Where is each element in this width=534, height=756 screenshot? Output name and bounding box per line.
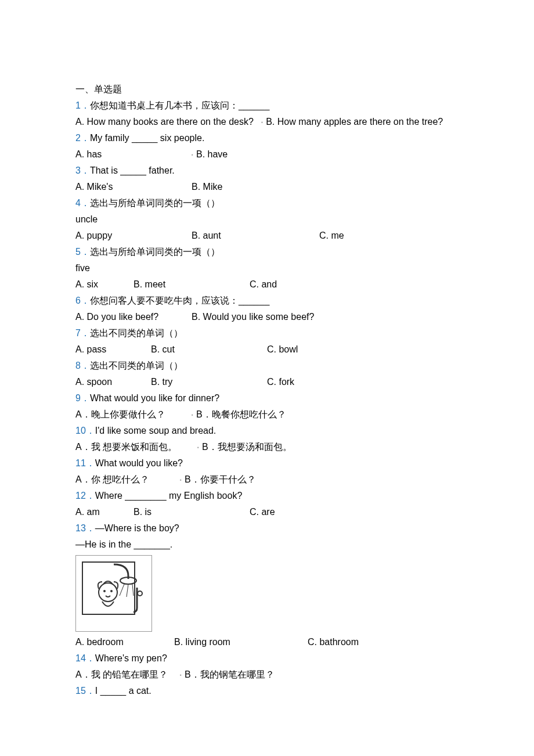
q-text: What would you like for dinner? [90, 393, 219, 403]
inline-bullet-icon: ▪ [197, 444, 201, 452]
inline-bullet-icon: ▪ [192, 411, 195, 419]
q-number: 2． [75, 133, 90, 143]
q6-options: A. Do you like beef? B. Would you like s… [75, 309, 459, 325]
svg-point-6 [103, 590, 106, 592]
q4-word: uncle [75, 211, 459, 228]
q11-stem: 11．What would you like? [75, 455, 459, 471]
q8-stem: 8．选出不同类的单词（） [75, 358, 459, 374]
q-text: I _____ a cat. [95, 686, 151, 696]
q-text: Where ________ my English book? [95, 491, 243, 501]
q8-opt-c: C. fork [267, 374, 337, 390]
svg-point-8 [138, 591, 142, 596]
q4-opt-c: C. me [319, 228, 435, 244]
q14-stem: 14．Where's my pen? [75, 650, 459, 667]
q1-options: A. How many books are there on the desk?… [75, 114, 459, 130]
q7-opt-c: C. bowl [267, 341, 337, 358]
q13-opt-a: A. bedroom [75, 634, 174, 650]
q1-opt-b: B. How many apples are there on the tree… [266, 117, 443, 127]
q7-opt-b: B. cut [151, 341, 267, 358]
q6-opt-b: B. Would you like some beef? [192, 309, 314, 325]
q1-opt-a: A. How many books are there on the desk? [75, 117, 254, 127]
q8-opt-b: B. try [151, 374, 267, 390]
q-number: 5． [75, 247, 90, 257]
q12-options: A. am B. is C. are [75, 504, 459, 520]
q12-stem: 12．Where ________ my English book? [75, 488, 459, 504]
q-number: 6． [75, 296, 90, 305]
q-text: My family _____ six people. [90, 133, 204, 143]
q5-opt-c: C. and [250, 276, 319, 293]
q10-opt-b: ▪B．我想要汤和面包。 [197, 439, 292, 455]
q11-opt-a: A．你 想吃什么？ [75, 471, 180, 488]
q-number: 13． [75, 523, 95, 533]
q-text: What would you like? [95, 458, 183, 468]
svg-line-4 [132, 584, 134, 596]
q-text: That is _____ father. [90, 165, 175, 175]
q3-opt-b: B. Mike [192, 179, 319, 195]
q4-opt-b: B. aunt [192, 228, 319, 244]
q-text: 选出与所给单词同类的一项（） [90, 198, 220, 208]
q9-stem: 9．What would you like for dinner? [75, 390, 459, 406]
q12-opt-c: C. are [250, 504, 319, 520]
q5-opt-b: B. meet [134, 276, 250, 293]
worksheet-page: 一、单选题 1．你想知道书桌上有几本书，应该问：______ A. How ma… [0, 0, 534, 756]
inline-bullet-icon: ▪ [180, 476, 183, 484]
q11-opt-b: ▪B．你要干什么？ [180, 471, 256, 488]
q-number: 10． [75, 426, 95, 435]
q13-stem: 13．—Where is the boy? [75, 520, 459, 537]
q3-opt-a: A. Mike's [75, 179, 192, 195]
q5-options: A. six B. meet C. and [75, 276, 459, 293]
q-number: 8． [75, 361, 90, 370]
q13-options: A. bedroom B. living room C. bathroom [75, 634, 459, 650]
section-title: 一、单选题 [75, 81, 459, 98]
q6-stem: 6．你想问客人要不要吃牛肉，应该说：______ [75, 293, 459, 309]
q2-opt-b: ▪B. have [192, 146, 319, 163]
q-text: 选出不同类的单词（） [90, 361, 183, 370]
q-text: 选出与所给单词同类的一项（） [90, 247, 220, 257]
q13-opt-c: C. bathroom [308, 634, 359, 650]
q10-options: A．我 想要米饭和面包。 ▪B．我想要汤和面包。 [75, 439, 459, 455]
q15-stem: 15．I _____ a cat. [75, 683, 459, 699]
q9-options: A．晚上你要做什么？ ▪B．晚餐你想吃什么？ [75, 406, 459, 423]
q14-options: A．我 的铅笔在哪里？ ▪B．我的钢笔在哪里？ [75, 667, 459, 683]
q-number: 3． [75, 165, 90, 175]
inline-bullet-icon: ▪ [192, 151, 195, 159]
q-number: 14． [75, 653, 95, 663]
q2-stem: 2．My family _____ six people. [75, 130, 459, 146]
q-text: Where's my pen? [95, 653, 167, 663]
q-number: 1． [75, 100, 90, 110]
q9-opt-a: A．晚上你要做什么？ [75, 406, 192, 423]
shower-illustration-icon [79, 559, 149, 628]
q6-opt-a: A. Do you like beef? [75, 309, 192, 325]
q-number: 12． [75, 491, 95, 501]
q8-opt-a: A. spoon [75, 374, 151, 390]
inline-bullet-icon: ▪ [180, 671, 183, 679]
q-text: I'd like some soup and bread. [95, 426, 217, 435]
q12-opt-a: A. am [75, 504, 134, 520]
q13-line2: —He is in the _______. [75, 537, 459, 553]
q12-opt-b: B. is [134, 504, 250, 520]
q5-opt-a: A. six [75, 276, 134, 293]
svg-line-2 [120, 584, 124, 596]
q2-options: A. has ▪B. have [75, 146, 459, 163]
svg-point-5 [99, 583, 117, 602]
q13-opt-b: B. living room [174, 634, 308, 650]
q10-opt-a: A．我 想要米饭和面包。 [75, 439, 197, 455]
q3-stem: 3．That is _____ father. [75, 163, 459, 179]
q-text: 你想问客人要不要吃牛肉，应该说：______ [90, 296, 269, 305]
q-number: 7． [75, 328, 90, 338]
q-number: 15． [75, 686, 95, 696]
q11-options: A．你 想吃什么？ ▪B．你要干什么？ [75, 471, 459, 488]
q10-stem: 10．I'd like some soup and bread. [75, 423, 459, 439]
q2-opt-a: A. has [75, 146, 192, 163]
q14-opt-a: A．我 的铅笔在哪里？ [75, 667, 180, 683]
q8-options: A. spoon B. try C. fork [75, 374, 459, 390]
q-number: 4． [75, 198, 90, 208]
q14-opt-b: ▪B．我的钢笔在哪里？ [180, 667, 275, 683]
q-text: 选出不同类的单词（） [90, 328, 183, 338]
q7-options: A. pass B. cut C. bowl [75, 341, 459, 358]
q1-stem: 1．你想知道书桌上有几本书，应该问：______ [75, 98, 459, 114]
svg-point-7 [110, 590, 113, 592]
q9-opt-b: ▪B．晚餐你想吃什么？ [192, 406, 286, 423]
q-text: 你想知道书桌上有几本书，应该问：______ [90, 100, 269, 110]
q4-opt-a: A. puppy [75, 228, 192, 244]
